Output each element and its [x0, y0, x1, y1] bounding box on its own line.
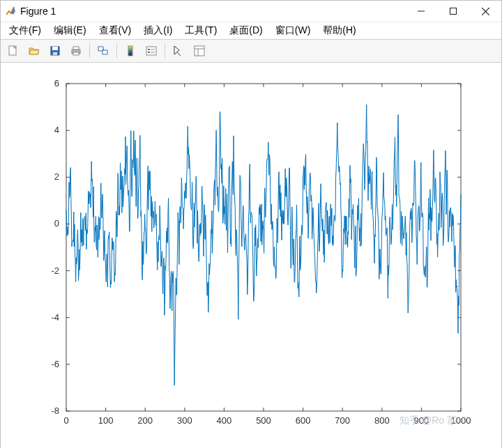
figure-area: 01002003004005006007008009001000-8-6-4-2… — [1, 63, 501, 448]
maximize-button[interactable] — [437, 1, 469, 22]
toolbar-separator — [116, 43, 117, 59]
y-tick-label: 4 — [54, 125, 59, 135]
y-tick-label: 2 — [54, 171, 59, 182]
print-button[interactable] — [66, 41, 86, 61]
svg-rect-10 — [73, 52, 79, 55]
open-button[interactable] — [24, 41, 44, 61]
y-tick-label: 0 — [54, 218, 59, 229]
open-property-inspector-button[interactable] — [190, 41, 209, 61]
menu-window[interactable]: 窗口(W) — [271, 22, 315, 39]
menu-view[interactable]: 查看(V) — [95, 22, 136, 39]
svg-line-19 — [177, 52, 181, 56]
menu-file[interactable]: 文件(F) — [5, 22, 45, 39]
toolbar — [1, 39, 501, 63]
toolbar-separator — [89, 43, 90, 59]
matlab-logo-icon — [5, 6, 16, 17]
menu-desktop[interactable]: 桌面(D) — [225, 22, 266, 39]
x-tick-label: 800 — [374, 415, 390, 426]
edit-plot-button[interactable] — [169, 41, 188, 61]
menu-edit[interactable]: 编辑(E) — [50, 22, 91, 39]
svg-rect-13 — [128, 46, 132, 56]
svg-rect-14 — [146, 47, 156, 55]
menu-insert[interactable]: 插入(I) — [139, 22, 176, 39]
x-tick-label: 200 — [137, 415, 153, 426]
svg-rect-15 — [148, 49, 150, 50]
line-series-1 — [66, 105, 461, 385]
x-tick-label: 500 — [256, 415, 271, 426]
toolbar-separator — [165, 43, 165, 59]
svg-rect-1 — [450, 8, 457, 15]
insert-colorbar-button[interactable] — [121, 41, 140, 61]
x-tick-label: 400 — [217, 415, 232, 426]
svg-rect-20 — [195, 46, 204, 56]
y-tick-label: 6 — [54, 78, 59, 88]
watermark: 知乎 @Ro 苏 — [400, 415, 457, 426]
close-button[interactable] — [469, 1, 501, 22]
window-title: Figure 1 — [20, 6, 56, 17]
x-tick-label: 700 — [335, 415, 350, 426]
save-button[interactable] — [45, 41, 65, 61]
x-tick-label: 100 — [98, 415, 114, 426]
insert-legend-button[interactable] — [142, 41, 161, 61]
svg-rect-7 — [53, 52, 57, 55]
y-tick-label: -2 — [51, 265, 59, 276]
figure-window: Figure 1 文件(F) 编辑(E) 查看(V) 插入(I) 工具(T) 桌… — [0, 0, 502, 448]
minimize-button[interactable] — [405, 1, 437, 22]
y-tick-label: -4 — [51, 312, 59, 323]
link-axes-button[interactable] — [93, 41, 113, 61]
svg-rect-16 — [148, 52, 150, 53]
x-tick-label: 300 — [177, 415, 192, 426]
axes[interactable]: 01002003004005006007008009001000-8-6-4-2… — [1, 63, 501, 446]
y-tick-label: -8 — [51, 405, 59, 416]
x-tick-label: 600 — [296, 415, 311, 426]
svg-rect-6 — [52, 47, 58, 50]
x-tick-label: 0 — [63, 415, 68, 426]
menu-help[interactable]: 帮助(H) — [319, 22, 360, 39]
menu-tools[interactable]: 工具(T) — [181, 22, 221, 39]
titlebar: Figure 1 — [1, 1, 501, 22]
y-tick-label: -6 — [51, 359, 59, 369]
svg-rect-9 — [73, 47, 79, 49]
new-figure-button[interactable] — [3, 41, 23, 61]
menubar: 文件(F) 编辑(E) 查看(V) 插入(I) 工具(T) 桌面(D) 窗口(W… — [1, 22, 501, 39]
window-controls — [405, 1, 501, 22]
